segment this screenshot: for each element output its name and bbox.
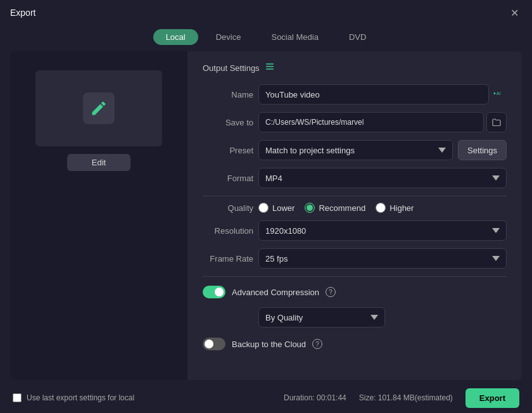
toggle-slider-backup bbox=[203, 338, 225, 350]
by-quality-row: By Quality bbox=[203, 307, 507, 327]
backup-cloud-label: Backup to the Cloud bbox=[232, 340, 306, 349]
frame-rate-dropdown[interactable]: 25 fps 30 fps 60 fps bbox=[258, 248, 507, 269]
tab-dvd[interactable]: DVD bbox=[336, 29, 379, 45]
frame-rate-label: Frame Rate bbox=[203, 254, 253, 264]
name-input-group: ✦AI bbox=[258, 84, 507, 105]
settings-panel: Output Settings Name ✦AI bbox=[187, 51, 522, 380]
save-to-input-group bbox=[258, 112, 507, 132]
size-text: Size: 101.84 MB(estimated) bbox=[359, 393, 453, 402]
tab-local[interactable]: Local bbox=[153, 29, 198, 45]
quality-higher-radio[interactable] bbox=[376, 203, 386, 213]
quality-lower-label: Lower bbox=[272, 203, 294, 213]
save-path-input[interactable] bbox=[258, 112, 484, 132]
by-quality-dropdown[interactable]: By Quality bbox=[258, 307, 385, 327]
output-settings-label: Output Settings bbox=[203, 63, 260, 73]
use-last-settings[interactable]: Use last export settings for local bbox=[13, 393, 134, 402]
quality-recommend-option[interactable]: Recommend bbox=[305, 203, 365, 213]
advanced-compression-help-icon[interactable]: ? bbox=[326, 287, 336, 297]
quality-recommend-radio[interactable] bbox=[305, 203, 315, 213]
edit-icon bbox=[83, 92, 115, 124]
svg-text:✦AI: ✦AI bbox=[493, 91, 500, 96]
format-label: Format bbox=[203, 174, 253, 183]
bottom-right: Duration: 00:01:44 Size: 101.84 MB(estim… bbox=[284, 388, 519, 408]
use-last-settings-checkbox[interactable] bbox=[13, 393, 22, 402]
quality-lower-option[interactable]: Lower bbox=[258, 203, 294, 213]
preview-thumbnail bbox=[35, 70, 162, 146]
toggle-slider-compression bbox=[203, 286, 225, 298]
backup-cloud-row: Backup to the Cloud ? bbox=[203, 335, 507, 353]
window-title: Export bbox=[10, 8, 35, 18]
advanced-compression-toggle[interactable] bbox=[203, 286, 225, 298]
resolution-row: Resolution 1920x1080 1280x720 3840x2160 bbox=[203, 220, 507, 241]
name-row: Name ✦AI bbox=[203, 84, 507, 105]
duration-text: Duration: 00:01:44 bbox=[284, 393, 346, 402]
resolution-label: Resolution bbox=[203, 226, 253, 236]
quality-higher-label: Higher bbox=[390, 203, 414, 213]
advanced-compression-label: Advanced Compression bbox=[232, 288, 319, 297]
preset-label: Preset bbox=[203, 146, 253, 155]
tab-bar: Local Device Social Media DVD bbox=[0, 25, 532, 51]
quality-radio-group: Lower Recommend Higher bbox=[258, 203, 507, 213]
preset-row: Preset Match to project settings Setting… bbox=[203, 140, 507, 160]
save-to-label: Save to bbox=[203, 118, 253, 127]
backup-cloud-toggle[interactable] bbox=[203, 338, 225, 350]
preset-input-group: Match to project settings Settings bbox=[258, 140, 507, 160]
quality-higher-option[interactable]: Higher bbox=[376, 203, 414, 213]
save-to-row: Save to bbox=[203, 112, 507, 132]
main-content: Edit Output Settings Name bbox=[10, 51, 522, 380]
output-settings-header: Output Settings bbox=[203, 61, 507, 74]
settings-icon bbox=[265, 61, 275, 74]
quality-row: Quality Lower Recommend Higher bbox=[203, 203, 507, 213]
quality-lower-radio[interactable] bbox=[258, 203, 269, 213]
name-label: Name bbox=[203, 90, 253, 99]
name-input[interactable] bbox=[258, 84, 489, 105]
tab-device[interactable]: Device bbox=[203, 29, 254, 45]
format-dropdown[interactable]: MP4 MOV AVI MKV bbox=[258, 168, 507, 188]
settings-button[interactable]: Settings bbox=[458, 140, 507, 160]
advanced-compression-row: Advanced Compression ? bbox=[203, 283, 507, 301]
edit-button[interactable]: Edit bbox=[67, 154, 130, 171]
app-window: Export ✕ Local Device Social Media DVD E… bbox=[0, 0, 532, 413]
quality-label: Quality bbox=[203, 203, 253, 213]
close-button[interactable]: ✕ bbox=[507, 5, 522, 20]
bottom-bar: Use last export settings for local Durat… bbox=[0, 383, 532, 413]
preview-panel: Edit bbox=[10, 51, 187, 380]
quality-recommend-label: Recommend bbox=[319, 203, 365, 213]
resolution-dropdown[interactable]: 1920x1080 1280x720 3840x2160 bbox=[258, 220, 507, 241]
preset-dropdown[interactable]: Match to project settings bbox=[258, 140, 453, 160]
backup-cloud-help-icon[interactable]: ? bbox=[312, 339, 322, 349]
frame-rate-row: Frame Rate 25 fps 30 fps 60 fps bbox=[203, 248, 507, 269]
title-bar: Export ✕ bbox=[0, 0, 532, 25]
divider-2 bbox=[203, 276, 507, 277]
ai-icon[interactable]: ✦AI bbox=[493, 89, 507, 101]
format-row: Format MP4 MOV AVI MKV bbox=[203, 168, 507, 188]
use-last-settings-label: Use last export settings for local bbox=[27, 393, 134, 402]
tab-social-media[interactable]: Social Media bbox=[258, 29, 331, 45]
divider-1 bbox=[203, 196, 507, 196]
folder-button[interactable] bbox=[486, 112, 507, 132]
export-button[interactable]: Export bbox=[466, 388, 519, 408]
